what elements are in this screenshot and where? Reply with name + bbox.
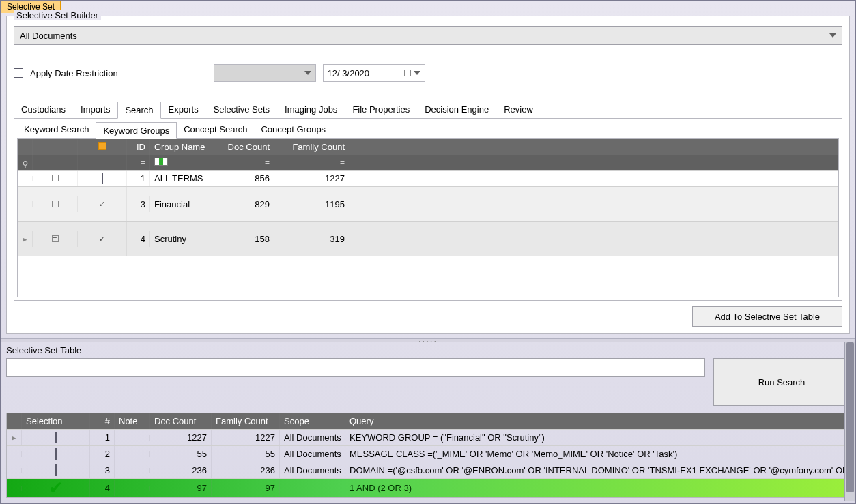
search-tabbody: Keyword Search Keyword Groups Concept Se… <box>14 118 842 301</box>
subtab-keyword-search[interactable]: Keyword Search <box>17 121 96 138</box>
select-all-cell[interactable] <box>78 139 127 155</box>
checkmark-icon: ✔ <box>48 479 63 497</box>
date-restriction-row: Apply Date Restriction 12/ 3/2020 <box>14 64 842 82</box>
row-checkbox[interactable] <box>102 173 103 184</box>
row-checkbox[interactable] <box>55 432 57 443</box>
cell-scope: All Documents <box>280 430 345 445</box>
subtab-keyword-groups[interactable]: Keyword Groups <box>96 122 177 139</box>
tab-search[interactable]: Search <box>117 102 160 119</box>
text-filter-icon <box>154 158 168 166</box>
cell-fam: 319 <box>274 231 349 247</box>
table-row[interactable]: 1 ALL TERMS 856 1227 <box>18 170 838 186</box>
chevron-down-icon <box>304 71 311 75</box>
cell-doc: 856 <box>218 171 274 186</box>
vertical-scrollbar[interactable] <box>844 342 855 501</box>
calendar-icon <box>404 70 411 76</box>
subtab-concept-search[interactable]: Concept Search <box>177 121 254 138</box>
table-row[interactable]: ▸ 1 1227 1227 All Documents KEYWORD GROU… <box>7 429 849 445</box>
col-scope[interactable]: Scope <box>280 413 345 429</box>
cell-fam: 236 <box>212 462 280 478</box>
cell-note <box>115 486 150 491</box>
cell-doc: 1227 <box>150 430 212 445</box>
cell-fam: 1227 <box>274 171 349 186</box>
expand-icon[interactable] <box>52 175 59 181</box>
chevron-down-icon <box>414 71 420 75</box>
builder-legend: Selective Set Builder <box>14 10 101 20</box>
cell-note <box>115 468 150 473</box>
table-row[interactable]: ▸ 4 Scrutiny 158 319 <box>18 221 838 256</box>
col-selection[interactable]: Selection <box>22 413 90 429</box>
table-row[interactable]: 2 55 55 All Documents MESSAGE CLASS =('_… <box>7 445 849 462</box>
scrollbar-thumb[interactable] <box>846 342 854 492</box>
table-row[interactable]: 3 Financial 829 1195 <box>18 186 838 221</box>
row-checkbox[interactable] <box>82 224 122 254</box>
expand-icon[interactable] <box>52 201 59 207</box>
date-from-picker <box>214 64 316 82</box>
date-to-value: 12/ 3/2020 <box>328 68 369 78</box>
tab-decision-engine[interactable]: Decision Engine <box>417 101 496 118</box>
tab-exports[interactable]: Exports <box>161 101 206 118</box>
col-doc-count[interactable]: Doc Count <box>218 139 274 155</box>
row-checkbox[interactable] <box>82 189 122 219</box>
keyword-groups-grid: ID Group Name Doc Count Family Count ϙ =… <box>17 138 839 297</box>
cell-query: DOMAIN =('@csfb.com' OR '@ENRON.com' OR … <box>345 462 849 478</box>
cell-query: KEYWORD GROUP = ("Financial" OR "Scrutin… <box>345 430 849 445</box>
apply-date-label: Apply Date Restriction <box>30 68 118 78</box>
cell-fam: 1227 <box>212 430 280 445</box>
col-id[interactable]: ID <box>127 139 150 155</box>
cell-fam: 1195 <box>274 196 349 212</box>
cell-doc: 97 <box>150 480 212 496</box>
row-checkbox[interactable] <box>55 448 57 460</box>
run-search-button[interactable]: Run Search <box>713 358 850 406</box>
table-row[interactable]: ✔ 4 97 97 1 AND (2 OR 3) <box>7 478 849 497</box>
col-doc-count[interactable]: Doc Count <box>150 413 212 429</box>
cell-doc: 158 <box>218 231 274 247</box>
grid-header-row: ID Group Name Doc Count Family Count <box>18 139 838 155</box>
cell-note <box>115 435 150 441</box>
add-to-selective-set-button[interactable]: Add To Selective Set Table <box>692 306 842 327</box>
cell-doc: 236 <box>150 462 212 478</box>
tab-selective-sets[interactable]: Selective Sets <box>206 101 277 118</box>
expand-icon[interactable] <box>52 235 59 242</box>
tab-imports[interactable]: Imports <box>73 101 117 118</box>
scope-value: All Documents <box>20 31 77 41</box>
grid2-header-row: Selection # Note Doc Count Family Count … <box>7 413 849 429</box>
select-all-icon <box>98 142 106 150</box>
tab-imaging-jobs[interactable]: Imaging Jobs <box>277 101 345 118</box>
col-group-name[interactable]: Group Name <box>150 139 218 155</box>
cell-num: 3 <box>90 462 115 478</box>
col-query[interactable]: Query <box>345 413 849 429</box>
tab-custodians[interactable]: Custodians <box>14 101 73 118</box>
cell-query: MESSAGE CLASS =('_MIME' OR 'Memo' OR 'Me… <box>345 446 849 462</box>
date-to-picker[interactable]: 12/ 3/2020 <box>323 64 425 82</box>
col-family-count[interactable]: Family Count <box>274 139 349 155</box>
col-family-count[interactable]: Family Count <box>212 413 280 429</box>
cell-num: 1 <box>90 430 115 445</box>
col-note[interactable]: Note <box>115 413 150 429</box>
cell-num: 4 <box>90 480 115 496</box>
selective-set-search-input[interactable] <box>6 358 705 377</box>
cell-name: ALL TERMS <box>150 171 218 186</box>
cell-id: 4 <box>127 231 150 247</box>
cell-scope: All Documents <box>280 462 345 478</box>
tab-review[interactable]: Review <box>496 101 541 118</box>
cell-fam: 97 <box>212 480 280 496</box>
cell-name: Financial <box>150 196 218 212</box>
table-legend: Selective Set Table <box>6 345 850 355</box>
builder-tabs: Custodians Imports Search Exports Select… <box>14 101 842 118</box>
cell-doc: 829 <box>218 196 274 212</box>
col-num[interactable]: # <box>90 413 115 429</box>
apply-date-checkbox[interactable] <box>14 68 23 78</box>
cell-name: Scrutiny <box>150 231 218 247</box>
cell-fam: 55 <box>212 446 280 462</box>
tab-file-properties[interactable]: File Properties <box>345 101 417 118</box>
row-checkbox[interactable] <box>55 464 57 476</box>
selective-set-builder-panel: Selective Set Builder All Documents Appl… <box>6 16 850 334</box>
grid-filter-row[interactable]: ϙ = = = <box>18 155 838 170</box>
selective-set-table-grid: Selection # Note Doc Count Family Count … <box>6 413 850 498</box>
table-row[interactable]: 3 236 236 All Documents DOMAIN =('@csfb.… <box>7 462 849 478</box>
cell-doc: 55 <box>150 446 212 462</box>
subtab-concept-groups[interactable]: Concept Groups <box>254 121 332 138</box>
cell-scope: All Documents <box>280 446 345 462</box>
scope-dropdown[interactable]: All Documents <box>14 26 842 45</box>
